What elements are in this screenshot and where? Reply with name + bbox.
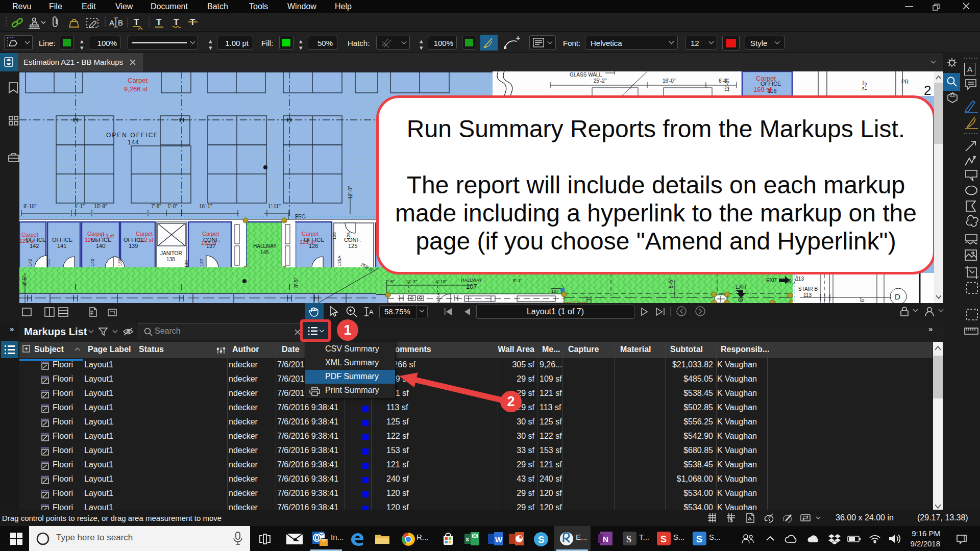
svg-text:145: 145 (260, 249, 269, 255)
svg-text:25'-2": 25'-2" (594, 78, 607, 84)
svg-text:141: 141 (57, 243, 66, 249)
svg-text:126: 126 (332, 232, 337, 240)
svg-text:D: D (895, 292, 900, 301)
svg-text:7'-8": 7'-8" (151, 204, 161, 209)
svg-text:138: 138 (166, 257, 175, 262)
svg-text:FEC: FEC (295, 214, 305, 219)
svg-text:139: 139 (129, 243, 138, 249)
svg-text:2: 2 (924, 83, 931, 98)
svg-text:Carpet: Carpet (302, 231, 318, 237)
svg-text:A: A (369, 308, 374, 316)
svg-text:6": 6" (860, 297, 865, 302)
svg-text:B: B (118, 18, 123, 27)
svg-text:CONF.: CONF. (344, 237, 361, 243)
svg-text:101A: 101A (436, 292, 440, 302)
svg-text:T: T (174, 17, 179, 27)
svg-text:1'-11": 1'-11" (268, 204, 281, 209)
svg-text:T: T (156, 17, 162, 27)
svg-text:142: 142 (28, 259, 33, 266)
svg-text:141: 141 (46, 259, 51, 266)
svg-text:EXIT: EXIT (766, 278, 777, 283)
svg-text:16'-1": 16'-1" (199, 204, 212, 209)
svg-text:107: 107 (466, 283, 477, 290)
svg-text:OFFICE: OFFICE (52, 237, 72, 243)
svg-text:4'-10": 4'-10" (435, 279, 447, 284)
svg-text:140: 140 (96, 243, 105, 249)
svg-text:HALLWAY: HALLWAY (253, 243, 277, 249)
svg-text:142: 142 (30, 243, 39, 249)
svg-text:STAIR B: STAIR B (798, 286, 818, 292)
svg-text:Carpet: Carpet (128, 77, 148, 84)
svg-text:126: 126 (309, 243, 318, 249)
svg-text:113: 113 (796, 276, 804, 282)
svg-text:125A: 125A (337, 256, 342, 266)
svg-text:5: 5 (730, 517, 733, 523)
svg-text:16'-0": 16'-0" (663, 78, 676, 84)
svg-text:Carpet: Carpet (136, 231, 153, 237)
svg-text:12'-0": 12'-0" (724, 79, 730, 92)
svg-text:5'-1": 5'-1" (513, 278, 522, 283)
svg-text:107: 107 (551, 289, 559, 294)
svg-text:11'-2": 11'-2" (406, 279, 417, 284)
svg-text:113-sf: 113-sf (100, 234, 114, 239)
svg-text:2'-6": 2'-6" (385, 279, 395, 284)
svg-text:OFFICE: OFFICE (26, 237, 46, 243)
svg-text:116: 116 (768, 88, 777, 94)
svg-text:S: S (660, 534, 667, 544)
svg-text:1'-1": 1'-1" (75, 204, 85, 209)
svg-text:EXIT: EXIT (736, 284, 747, 290)
svg-text:125: 125 (348, 243, 357, 249)
svg-text:139: 139 (117, 259, 122, 266)
svg-text:10'-9": 10'-9" (94, 204, 107, 209)
svg-text:PR: PR (901, 79, 909, 85)
svg-text:OFFICE: OFFICE (124, 237, 144, 243)
svg-text:138: 138 (184, 260, 189, 268)
svg-text:N: N (603, 535, 608, 543)
svg-text:W: W (495, 535, 503, 544)
svg-text:OFFICE: OFFICE (304, 237, 324, 243)
svg-text:CONF.: CONF. (203, 237, 220, 243)
svg-text:JANITOR: JANITOR (160, 251, 182, 256)
svg-text:1'-0": 1'-0" (167, 204, 178, 209)
svg-text:S: S (626, 534, 631, 544)
svg-text:137: 137 (206, 243, 215, 249)
svg-text:7'-0": 7'-0" (862, 81, 868, 91)
svg-text:137: 137 (199, 259, 204, 266)
svg-text:9'-10": 9'-10" (23, 204, 37, 209)
svg-text:A: A (109, 18, 114, 27)
svg-text:8'-5": 8'-5" (668, 278, 674, 288)
svg-text:113: 113 (803, 292, 812, 298)
svg-text:9,266 sf: 9,266 sf (124, 85, 148, 93)
svg-text:S: S (696, 534, 702, 544)
svg-text:T: T (134, 17, 139, 27)
svg-text:OPEN OFFICE: OPEN OFFICE (106, 132, 159, 139)
svg-text:Carpet: Carpet (202, 231, 219, 237)
svg-text:S: S (538, 534, 545, 545)
svg-text:8'-5": 8'-5" (293, 278, 299, 288)
svg-text:GLASS WALL: GLASS WALL (570, 72, 602, 78)
svg-text:140: 140 (90, 259, 95, 266)
svg-text:144: 144 (128, 139, 139, 146)
svg-text:HALLWAY: HALLWAY (461, 278, 482, 283)
svg-text:x: x (465, 535, 470, 543)
